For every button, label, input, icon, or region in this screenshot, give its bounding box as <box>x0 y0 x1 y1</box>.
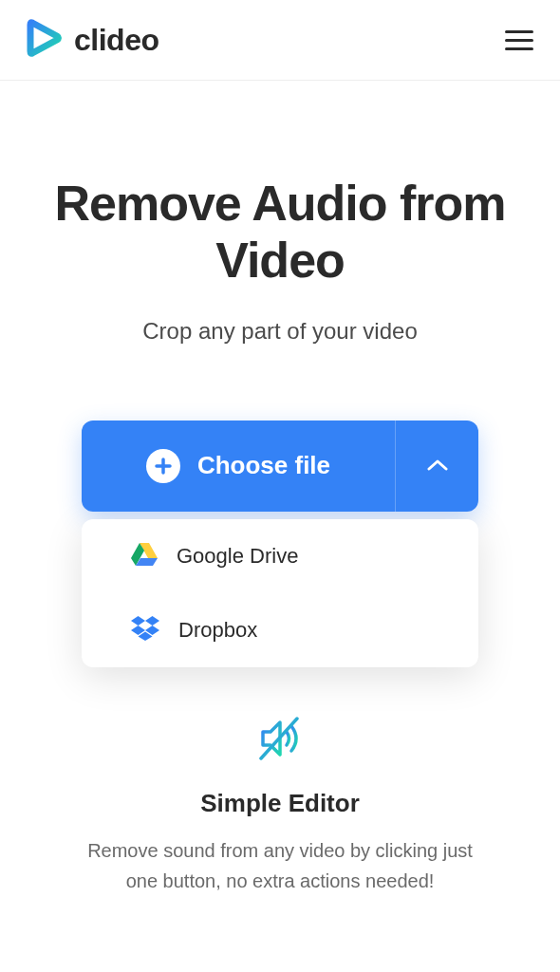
choose-file-button[interactable]: Choose file <box>82 421 395 512</box>
upload-section: Choose file Google Drive <box>82 421 478 667</box>
main-content: Remove Audio from Video Crop any part of… <box>0 81 560 934</box>
dropbox-icon <box>131 616 159 645</box>
feature-block: Simple Editor Remove sound from any vide… <box>38 715 522 896</box>
google-drive-option[interactable]: Google Drive <box>82 519 478 593</box>
feature-description: Remove sound from any video by clicking … <box>76 835 484 896</box>
logo[interactable]: clideo <box>27 19 159 61</box>
feature-title: Simple Editor <box>76 789 484 818</box>
plus-icon <box>146 449 180 483</box>
chevron-up-icon <box>427 458 448 475</box>
choose-file-label: Choose file <box>197 451 330 480</box>
page-title: Remove Audio from Video <box>38 176 522 290</box>
mute-icon <box>76 715 484 762</box>
choose-file-button-group: Choose file <box>82 421 478 512</box>
upload-source-dropdown-toggle[interactable] <box>395 421 478 512</box>
dropbox-label: Dropbox <box>178 618 257 643</box>
header: clideo <box>0 0 560 81</box>
google-drive-label: Google Drive <box>177 544 298 569</box>
play-icon <box>27 19 63 61</box>
dropbox-option[interactable]: Dropbox <box>82 593 478 667</box>
brand-name: clideo <box>74 23 159 58</box>
upload-source-menu: Google Drive Dropbox <box>82 519 478 667</box>
google-drive-icon <box>131 542 158 570</box>
hamburger-menu-icon[interactable] <box>505 30 533 50</box>
page-subtitle: Crop any part of your video <box>38 318 522 345</box>
